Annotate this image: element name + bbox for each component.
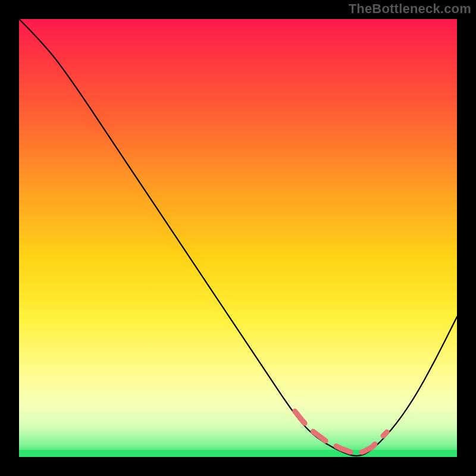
plot-area: [19, 19, 457, 457]
watermark-text: TheBottleneck.com: [349, 1, 471, 17]
bottleneck-curve: [19, 19, 457, 456]
optimal-range-marker: [295, 411, 387, 454]
chart-svg: [19, 19, 457, 457]
optimal-band: [19, 450, 457, 457]
chart-frame: TheBottleneck.com: [0, 0, 476, 476]
